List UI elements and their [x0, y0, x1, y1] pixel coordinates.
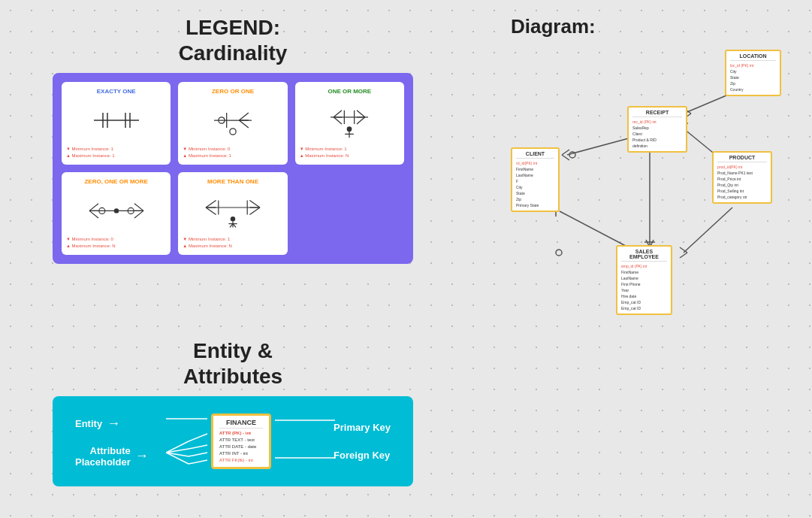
legend-card-title: ZERO, ONE OR MORE [84, 178, 147, 185]
legend-section: LEGEND: Cardinality EXACTY ONE ▼ Minimum… [53, 15, 413, 264]
svg-line-66 [562, 150, 569, 155]
entity-receipt-title: RECEIPT [632, 110, 682, 117]
svg-line-67 [562, 155, 569, 160]
legend-card-title: EXACTY ONE [97, 88, 136, 95]
legend-card-title: ZERO OR ONE [212, 88, 254, 95]
entity-client-title: CLIENT [516, 151, 554, 159]
svg-line-32 [134, 211, 143, 219]
legend-card-title: ONE OR MORE [328, 88, 371, 95]
svg-line-41 [249, 208, 260, 215]
arrow-icon-2: → [135, 448, 149, 464]
diagram-title: Diagram: [511, 15, 796, 38]
entity-title: Entity & Attributes [53, 338, 413, 389]
svg-line-39 [249, 201, 260, 208]
svg-point-68 [569, 152, 575, 158]
entity-receipt: RECEIPT rec_id (PK) int SalesRep Client … [627, 106, 687, 153]
svg-line-10 [239, 120, 249, 128]
legend-desc: ▼ Minimum Instance: 0 ▲ Maximum Instance… [183, 146, 282, 159]
svg-point-80 [556, 250, 562, 256]
svg-line-30 [134, 204, 143, 211]
entity-product: PRODUCT prod_id(PK) int Prod_Name PK1 te… [712, 151, 772, 204]
svg-line-17 [357, 111, 365, 117]
legend-box: EXACTY ONE ▼ Minimum Instance: 1 ▲ Maxim… [53, 73, 413, 264]
finance-attrs: ATTR (PK) - int ATTR TEXT - text ATTR DA… [219, 430, 263, 464]
entity-sales-employee: SALESEMPLOYEE emp_id (PK) int FirstName … [616, 245, 672, 315]
svg-line-53 [189, 434, 207, 441]
entity-sales-employee-attrs: emp_id (PK) int FirstName LastName First… [621, 263, 667, 311]
svg-line-35 [206, 201, 216, 208]
svg-line-47 [233, 224, 236, 228]
svg-line-83 [680, 247, 687, 253]
svg-line-13 [334, 111, 342, 117]
legend-symbol-exactly-one [86, 98, 146, 143]
legend-symbol-one-or-more [319, 98, 379, 143]
legend-symbol-zero-one-more [86, 188, 146, 233]
legend-desc: ▼ Minimum Instance: 1 ▲ Maximum Instance… [183, 236, 282, 249]
svg-line-54 [189, 445, 207, 449]
svg-line-15 [334, 117, 342, 124]
entity-product-attrs: prod_id(PK) int Prod_Name PK1 text Prod_… [717, 164, 767, 200]
legend-desc: ▼ Minimum Instance: 1 ▲ Maximum Instance… [66, 146, 166, 159]
svg-line-37 [206, 208, 216, 215]
diagram-container: LOCATION loc_id (PK) int City State Zip … [511, 50, 789, 328]
svg-line-55 [189, 453, 207, 456]
entity-location: LOCATION loc_id (PK) int City State Zip … [725, 50, 781, 96]
entity-location-attrs: loc_id (PK) int City State Zip Country [730, 62, 776, 92]
svg-point-11 [230, 129, 236, 135]
svg-line-8 [239, 113, 249, 120]
svg-line-27 [89, 211, 98, 219]
svg-point-29 [113, 208, 118, 213]
finance-card: FINANCE ATTR (PK) - int ATTR TEXT - text… [211, 413, 271, 469]
svg-point-21 [347, 127, 352, 132]
svg-line-19 [357, 117, 365, 124]
legend-card-exactly-one: EXACTY ONE ▼ Minimum Instance: 1 ▲ Maxim… [62, 82, 171, 165]
svg-line-81 [684, 208, 732, 253]
entity-receipt-attrs: rec_id (PK) int SalesRep Client Product … [632, 119, 682, 149]
svg-line-84 [680, 253, 687, 258]
svg-line-25 [89, 204, 98, 211]
legend-card-zero-one-more: ZERO, ONE OR MORE [62, 172, 171, 255]
foreign-key-label: Foreign Key [334, 450, 391, 461]
legend-card-title: MORE THAN ONE [207, 178, 258, 185]
legend-title: LEGEND: Cardinality [53, 15, 413, 65]
primary-key-label: Primary Key [334, 422, 391, 433]
entity-location-title: LOCATION [730, 53, 776, 61]
legend-card-one-or-more: ONE OR MORE [295, 82, 404, 165]
svg-line-56 [189, 460, 207, 464]
entity-labels-left: Entity → AttributePlaceholder → [75, 416, 149, 468]
legend-symbol-zero-or-one [203, 98, 263, 143]
entity-client-attrs: cli_id(PK) int FirstName LastName F City… [516, 160, 554, 208]
svg-line-46 [230, 224, 233, 228]
attribute-label: AttributePlaceholder → [75, 445, 149, 468]
finance-card-title: FINANCE [219, 419, 263, 429]
entity-product-title: PRODUCT [717, 155, 767, 162]
legend-card-zero-or-one: ZERO OR ONE ▼ Minimum Instance: [178, 82, 287, 165]
arrow-icon: → [107, 416, 120, 432]
diagram-section: Diagram: [511, 15, 796, 353]
entity-label: Entity → [75, 416, 149, 432]
entity-box: Entity → AttributePlaceholder → [53, 396, 413, 486]
legend-symbol-more-than-one [203, 188, 263, 233]
legend-card-more-than-one: MORE THAN ONE [178, 172, 287, 255]
legend-desc: ▼ Minimum Instance: 0 ▲ Maximum Instance… [66, 236, 166, 249]
legend-desc: ▼ Minimum Instance: 1 ▲ Maximum Instance… [300, 146, 400, 159]
entity-labels-right: Primary Key Foreign Key [334, 422, 391, 461]
entity-sales-employee-title: SALESEMPLOYEE [621, 249, 667, 262]
entity-client: CLIENT cli_id(PK) int FirstName LastName… [511, 147, 560, 212]
svg-point-43 [231, 217, 235, 221]
entity-section: Entity & Attributes Entity → AttributePl… [53, 338, 413, 486]
